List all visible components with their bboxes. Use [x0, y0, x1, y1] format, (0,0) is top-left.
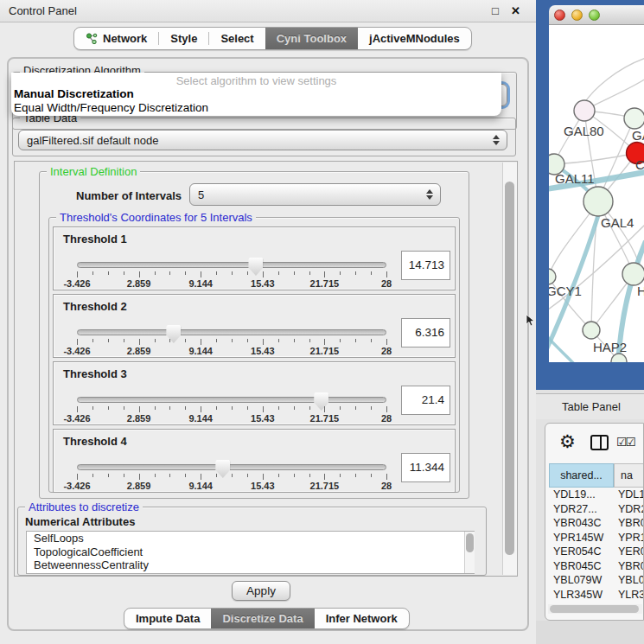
network-canvas[interactable]: GAL80 GA C GAL11 GAL4 GCY1 H HAP2	[549, 25, 644, 362]
table-row[interactable]: YBL079WYBL0	[549, 573, 644, 588]
scale-label: 28	[381, 346, 392, 356]
network-view-window[interactable]: GAL80 GA C GAL11 GAL4 GCY1 H HAP2	[536, 0, 644, 390]
table-row[interactable]: YDR27...YDR2	[549, 502, 644, 517]
tick-mark	[263, 406, 264, 412]
node-gcy1[interactable]	[549, 269, 556, 284]
tick-mark	[324, 406, 325, 412]
tick-mark	[185, 406, 186, 410]
top-tabstrip: Network Style Select Cyni Toolbox jActiv…	[73, 27, 472, 50]
tab-network-label: Network	[103, 32, 147, 45]
threshold-slider[interactable]	[77, 397, 386, 403]
tick-mark	[216, 339, 217, 342]
tick-mark	[294, 474, 295, 477]
dropdown-options: Manual DiscretizationEqual Width/Frequen…	[11, 87, 501, 114]
tick-mark	[324, 339, 325, 345]
numerical-attributes-list[interactable]: SelfLoopsTopologicalCoefficientBetweenne…	[26, 531, 475, 574]
threshold-value-field[interactable]: 6.316	[401, 318, 450, 348]
attributes-group-title: Attributes to discretize	[25, 501, 143, 513]
threshold-slider[interactable]	[77, 329, 386, 335]
float-window-icon[interactable]: □	[492, 4, 499, 17]
columns-icon[interactable]	[590, 435, 609, 450]
node-h[interactable]	[622, 263, 644, 285]
tab-jactivemnodules[interactable]: jActiveMNodules	[358, 28, 471, 49]
node-label: C	[635, 157, 644, 172]
attribute-list-item[interactable]: TopologicalCoefficient	[27, 545, 474, 559]
tick-mark	[309, 271, 310, 275]
scrollbar-thumb[interactable]	[505, 182, 514, 555]
scale-label: 15.43	[251, 413, 275, 424]
table-row[interactable]: YLR345WYLR3	[549, 588, 644, 603]
attribute-list-item[interactable]: SelfLoops	[27, 532, 474, 545]
apply-button[interactable]: Apply	[232, 581, 290, 601]
tab-impute-data[interactable]: Impute Data	[124, 609, 211, 628]
cell-name: YPR1	[613, 531, 644, 545]
tick-mark	[247, 339, 248, 342]
gear-icon[interactable]: ⚙	[559, 432, 576, 450]
tab-cyni-toolbox[interactable]: Cyni Toolbox	[265, 28, 358, 49]
tick-mark	[108, 474, 109, 477]
scale-label: -3.426	[63, 346, 90, 356]
tab-select[interactable]: Select	[209, 28, 265, 49]
table-row[interactable]: YPR145WYPR1	[549, 531, 644, 545]
column-header-shared[interactable]: shared...	[549, 463, 614, 488]
vertical-scrollbar[interactable]	[502, 163, 517, 575]
node-ga[interactable]	[624, 108, 644, 129]
threshold-slider[interactable]	[77, 464, 386, 470]
threshold-slider[interactable]	[77, 262, 386, 268]
cell-name: YER0	[613, 545, 644, 559]
tick-mark	[201, 474, 201, 480]
horizontal-scrollbar[interactable]	[548, 604, 642, 614]
cell-shared-name: YPR145W	[549, 531, 613, 545]
tick-mark	[169, 339, 170, 342]
node-gal80[interactable]	[574, 100, 595, 121]
tick-mark	[124, 339, 124, 342]
column-header-name[interactable]: na	[614, 463, 644, 488]
minimize-traffic-light[interactable]	[571, 10, 583, 21]
dropdown-option[interactable]: Equal Width/Frequency Discretization	[11, 101, 501, 115]
tab-style-label: Style	[170, 32, 197, 45]
tick-mark	[169, 271, 170, 275]
list-scrollbar-thumb[interactable]	[466, 533, 474, 552]
node-gal4[interactable]	[583, 187, 613, 216]
number-of-intervals-spinner[interactable]: 5	[189, 183, 441, 206]
slider-scale-labels: -3.4262.8599.14415.4321.71528	[77, 346, 386, 356]
tick-mark	[155, 271, 156, 275]
tab-network[interactable]: Network	[74, 28, 158, 49]
tick-mark	[77, 474, 78, 480]
table-row[interactable]: YBR043CYBR0	[549, 516, 644, 531]
hscrollbar-thumb[interactable]	[550, 605, 639, 613]
table-data-combobox[interactable]: galFiltered.sif default node	[18, 130, 507, 150]
scale-label: 21.715	[310, 413, 340, 424]
tick-mark	[278, 474, 279, 477]
tick-mark	[77, 406, 78, 412]
dropdown-option[interactable]: Manual Discretization	[11, 87, 501, 101]
zoom-traffic-light[interactable]	[589, 10, 600, 21]
threshold-value-field[interactable]: 21.4	[401, 386, 450, 415]
tick-mark	[92, 271, 93, 275]
tick-mark	[108, 271, 109, 275]
close-icon[interactable]: ✕	[511, 4, 520, 17]
list-scrollbar[interactable]	[464, 532, 475, 573]
tab-discretize-data[interactable]: Discretize Data	[211, 609, 314, 628]
table-row[interactable]: YER054CYER0	[549, 545, 644, 559]
attribute-list-item[interactable]: BetweennessCentrality	[27, 558, 474, 572]
threshold-value-field[interactable]: 14.713	[401, 251, 450, 280]
tick-mark	[155, 406, 156, 410]
threshold-value-field[interactable]: 11.344	[401, 453, 450, 482]
scale-label: 21.715	[310, 278, 340, 289]
close-traffic-light[interactable]	[554, 10, 565, 21]
checkbox-icons[interactable]: ☑☑	[616, 435, 634, 449]
tab-impute-data-label: Impute Data	[136, 612, 200, 625]
table-row[interactable]: YBR045CYBR0	[549, 559, 644, 574]
mouse-cursor	[526, 314, 536, 328]
tab-style[interactable]: Style	[159, 28, 208, 49]
tick-mark	[169, 406, 170, 410]
scale-label: 2.859	[127, 413, 151, 424]
cell-shared-name: YBL079W	[549, 573, 613, 588]
tick-mark	[232, 406, 233, 410]
node-label: GAL4	[601, 215, 634, 230]
node-hap2[interactable]	[583, 322, 600, 339]
tick-mark	[232, 474, 233, 477]
tab-infer-network[interactable]: Infer Network	[315, 609, 409, 628]
table-row[interactable]: YDL19...YDL1	[549, 488, 644, 502]
